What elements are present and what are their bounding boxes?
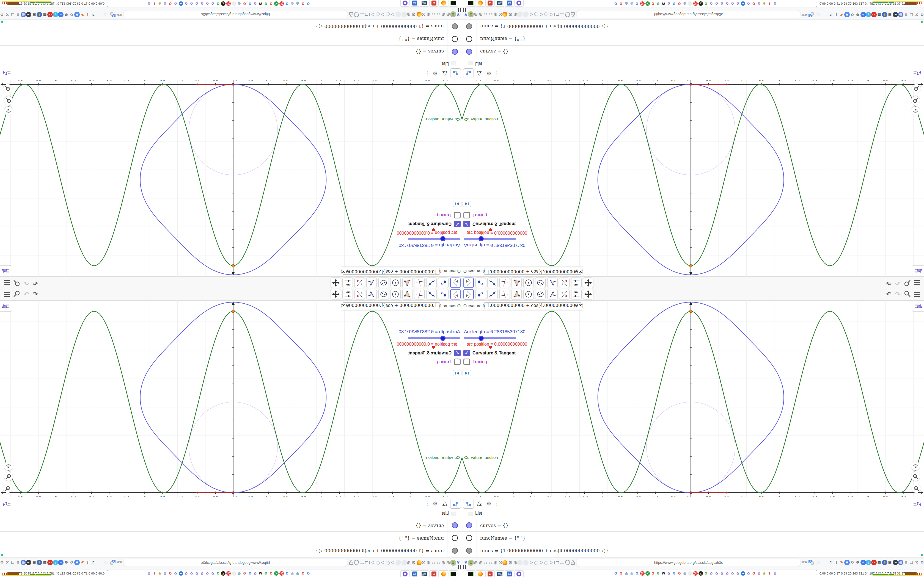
bookmark-favicon[interactable]: ● [179, 571, 183, 575]
curvature-tangent-checkbox[interactable]: ✓ [454, 350, 460, 356]
gear-icon[interactable]: ⚙ [485, 69, 493, 78]
bookmark-favicon[interactable]: f [152, 2, 157, 6]
graph-canvas[interactable]: -2.4-2.2-2-1.8-1.6-1.4-1.2-1-0.8-0.6-0.4… [0, 300, 462, 497]
bookmark-favicon[interactable]: ◍ [290, 571, 294, 575]
bookmark-star-icon[interactable]: ☆ [103, 11, 109, 17]
bookmark-favicon[interactable]: ✿ [709, 2, 713, 6]
download-icon[interactable]: ↧ [834, 560, 839, 565]
bookmark-star-icon[interactable]: ☆ [103, 560, 109, 566]
flower-gear-icon[interactable]: ❁ [855, 12, 861, 17]
arc-position-slider[interactable] [407, 230, 459, 230]
bookmark-favicon[interactable]: G [677, 571, 682, 575]
bookmark-favicon[interactable]: G [216, 2, 220, 6]
bookmark-favicon[interactable]: ✿ [184, 2, 188, 6]
taskbar-terminal-button[interactable]: ▸_ [466, 0, 475, 6]
bookmark-favicon[interactable]: ◍ [683, 2, 687, 6]
redo-button[interactable]: ↷ [24, 291, 29, 298]
tool-point-button[interactable]: A [475, 289, 486, 300]
bookmark-star-icon[interactable]: ☆ [815, 11, 821, 17]
algebra-row-curves[interactable]: curves = {} [462, 519, 924, 532]
arc-length-slider[interactable] [408, 337, 460, 339]
puzzle-icon[interactable]: ❑ [909, 560, 914, 565]
translate-icon[interactable]: A [844, 560, 850, 565]
tool-point-button[interactable]: A [475, 277, 486, 288]
reload-icon[interactable]: ↻ [828, 12, 834, 17]
algebra-stylebar-icon[interactable] [913, 499, 922, 508]
tool-perpendicular-line-button[interactable] [499, 277, 510, 288]
gear-icon[interactable]: ⚙ [0, 12, 5, 17]
extension-circle-icon[interactable] [386, 12, 390, 16]
bookmark-favicon[interactable]: ✿ [773, 2, 777, 6]
bookmark-favicon[interactable]: G [168, 2, 173, 6]
bookmark-favicon[interactable]: ✿ [757, 571, 761, 575]
bookmark-favicon[interactable]: ✓ [645, 571, 650, 575]
globe-icon[interactable]: ⊕ [903, 560, 909, 565]
tool-point-button[interactable]: A [438, 289, 449, 300]
extension-circle-icon[interactable] [386, 561, 390, 565]
home-button[interactable] [4, 462, 13, 471]
taskbar-firefox-button[interactable] [476, 0, 485, 6]
taskbar-terminal-button[interactable]: ▸_ [449, 0, 458, 6]
bookmark-favicon[interactable]: ✓ [274, 2, 279, 6]
bookmark-favicon[interactable]: W [258, 2, 263, 6]
bookmark-favicon[interactable]: G [614, 571, 618, 575]
archive-icon[interactable]: ▣ [31, 12, 37, 17]
taskbar-firefox-button[interactable] [439, 0, 448, 6]
bookmark-favicon[interactable]: ✿ [746, 2, 751, 6]
tool-point-button[interactable]: A [438, 277, 449, 288]
visibility-circle-funcnames[interactable] [466, 36, 472, 42]
shield-ext-icon[interactable]: ◉ [898, 560, 903, 565]
fx-button[interactable]: fx [441, 499, 449, 508]
gear-icon[interactable]: ⚙ [431, 69, 439, 78]
bookmark-favicon[interactable]: ● [741, 2, 745, 6]
bookmark-favicon[interactable]: ◍ [290, 2, 294, 6]
bookmark-favicon[interactable]: G [651, 2, 655, 6]
bookmark-favicon[interactable]: G [264, 2, 268, 6]
bookmark-favicon[interactable]: G [269, 571, 273, 575]
bookmark-favicon[interactable]: ✿ [173, 2, 178, 6]
url-bar[interactable]: https://www.geogebra.org/classic/aagcxh3… [576, 10, 801, 18]
visibility-circle-curves[interactable] [452, 522, 458, 529]
extension-dot-icon[interactable] [391, 13, 394, 16]
graphics-stylebar-button[interactable] [0, 266, 12, 276]
visibility-circle-curves[interactable] [452, 48, 458, 55]
wrench-icon[interactable]: ⚒ [5, 12, 10, 17]
arc-position-slider-knob[interactable] [489, 228, 492, 231]
bookmark-favicon[interactable]: Я [279, 571, 284, 575]
function-dropdown[interactable]: 1.000000000000 + cos(4.000000000000 x) [342, 302, 439, 309]
extension-dot-icon[interactable] [550, 13, 552, 16]
zoom-out-button[interactable] [912, 484, 921, 493]
graphics-stylebar-button[interactable] [912, 301, 924, 311]
trash-icon[interactable]: ▥ [42, 12, 48, 17]
highlighter-icon[interactable]: ✎ [80, 560, 85, 565]
downloader-icon[interactable]: ↓ [53, 12, 58, 17]
bookmark-favicon[interactable]: G [656, 2, 660, 6]
taskbar-gimp-button[interactable]: 64 [410, 571, 419, 577]
bookmark-favicon[interactable]: ✿ [253, 571, 257, 575]
highlighter-icon[interactable]: ✎ [839, 560, 845, 565]
bookmark-favicon[interactable]: ✿ [195, 571, 199, 575]
kebab-menu-icon[interactable]: ⋮ [494, 69, 499, 78]
extension-dot-icon[interactable] [550, 561, 552, 564]
tool-move-button[interactable] [450, 289, 460, 300]
forward-icon[interactable]: → [96, 12, 101, 17]
globe-ext-icon[interactable]: ✦ [882, 560, 887, 565]
arc-length-slider-knob[interactable] [440, 236, 446, 241]
back-arrow-icon[interactable]: ← [359, 11, 365, 17]
add-icon[interactable]: + [861, 560, 866, 565]
algebra-tree-button[interactable] [450, 499, 461, 509]
taskbar-display-settings-button[interactable]: ⚙ [495, 571, 504, 577]
curvature-tangent-checkbox[interactable]: ✓ [464, 221, 470, 227]
arc-position-slider-knob[interactable] [432, 228, 435, 231]
redo-button[interactable]: ↷ [895, 279, 900, 286]
algebra-row-funcs[interactable]: funcs = {1.000000000000 + cos(4.00000000… [0, 20, 462, 33]
bookmark-favicon[interactable]: G [168, 571, 173, 575]
tool-polygon-button[interactable] [511, 289, 522, 300]
graphics-stylebar-button[interactable] [912, 266, 924, 276]
tool-slider-button[interactable]: a=2 [342, 289, 353, 300]
shield-ext-icon[interactable]: ◉ [21, 560, 26, 565]
globe-ext-icon[interactable]: ✦ [37, 560, 42, 565]
tool-move-graphics-view-button[interactable] [331, 277, 341, 288]
tool-circle-center-point-button[interactable] [391, 277, 401, 288]
algebra-row-funcnames[interactable]: funcNames = {" "} [462, 531, 924, 544]
